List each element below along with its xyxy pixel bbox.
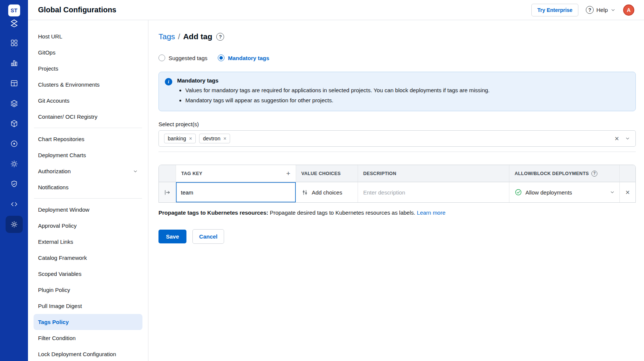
content-area: Host URL GitOps Projects Clusters & Envi…	[28, 20, 644, 361]
sidebar-item-label: Scoped Variables	[38, 271, 81, 277]
column-header-label: TAG KEY	[181, 171, 202, 176]
sidebar-item-deployment-charts[interactable]: Deployment Charts	[34, 147, 142, 163]
add-tag-row-icon[interactable]: +	[286, 170, 290, 177]
description-cell	[358, 182, 509, 202]
chip-label: banking	[168, 136, 186, 141]
propagate-column-header	[159, 165, 176, 182]
app-root: ST	[0, 0, 644, 361]
sidebar-item-lock-deployment-configuration[interactable]: Lock Deployment Configuration	[34, 346, 142, 361]
column-header-label: ALLOW/BLOCK DEPLOYMENTS	[515, 171, 589, 176]
devtron-logo[interactable]: ST	[8, 4, 20, 28]
project-select[interactable]: banking × devtron × ×	[158, 130, 636, 147]
suggested-tags-radio[interactable]: Suggested tags	[158, 55, 207, 61]
app-group-chart-icon[interactable]	[6, 55, 23, 72]
sidebar-item-filter-condition[interactable]: Filter Condition	[34, 330, 142, 346]
tags-table: TAG KEY + VALUE CHOICES DESCRIPTION ALLO…	[158, 165, 636, 203]
try-enterprise-button[interactable]: Try Enterprise	[531, 4, 578, 16]
apps-grid-icon[interactable]	[6, 34, 23, 52]
info-bullet: Values for mandatory tags are required f…	[185, 85, 490, 95]
config-sidebar: Host URL GitOps Projects Clusters & Envi…	[28, 20, 148, 361]
sidebar-item-label: External Links	[38, 239, 73, 245]
sidebar-item-label: Projects	[38, 65, 58, 72]
topbar-actions: Try Enterprise ? Help A	[531, 4, 634, 16]
cancel-button[interactable]: Cancel	[192, 229, 224, 244]
form-actions: Save Cancel	[158, 229, 636, 244]
sidebar-item-clusters-environments[interactable]: Clusters & Environments	[34, 77, 142, 93]
add-choices-button[interactable]: Add choices	[296, 182, 358, 202]
remove-chip-icon[interactable]: ×	[189, 136, 192, 141]
sidebar-item-scoped-variables[interactable]: Scoped Variables	[34, 266, 142, 282]
help-icon[interactable]: ?	[216, 33, 224, 41]
divider	[158, 152, 636, 152]
project-chip-banking: banking ×	[164, 134, 196, 143]
description-column-header: DESCRIPTION	[358, 165, 509, 182]
sidebar-item-pull-image-digest[interactable]: Pull Image Digest	[34, 298, 142, 314]
avatar-letter: A	[627, 7, 631, 13]
sliders-icon	[301, 189, 308, 196]
check-circle-icon	[515, 189, 522, 196]
propagate-tag-cell[interactable]	[159, 182, 176, 202]
sidebar-item-label: Plugin Policy	[38, 287, 70, 293]
row-actions-column-header	[620, 165, 635, 182]
propagate-note-text: Propagate desired tags to Kubernetes res…	[268, 209, 417, 216]
sidebar-item-deployment-window[interactable]: Deployment Window	[34, 202, 142, 218]
settings-gear-icon[interactable]	[6, 216, 23, 233]
chevron-down-icon	[610, 7, 616, 13]
allow-block-select[interactable]: Allow deployments	[509, 182, 620, 202]
st-badge-label: ST	[11, 7, 18, 13]
project-chip-devtron: devtron ×	[199, 134, 230, 143]
sidebar-item-label: Clusters & Environments	[38, 81, 100, 88]
breadcrumb-separator: /	[178, 32, 180, 41]
user-avatar[interactable]: A	[623, 4, 634, 16]
description-input[interactable]	[358, 182, 509, 202]
sidebar-item-container-oci-registry[interactable]: Container/ OCI Registry	[34, 109, 142, 125]
sidebar-item-external-links[interactable]: External Links	[34, 234, 142, 250]
tag-key-input[interactable]	[176, 182, 296, 202]
sidebar-item-chart-repositories[interactable]: Chart Repositories	[34, 131, 142, 147]
resource-browser-icon[interactable]	[6, 75, 23, 92]
sidebar-item-label: Filter Condition	[38, 335, 76, 341]
clear-select-icon[interactable]: ×	[615, 135, 619, 142]
sidebar-item-notifications[interactable]: Notifications	[34, 179, 142, 195]
sidebar-item-projects[interactable]: Projects	[34, 60, 142, 77]
sidebar-item-label: Authorization	[38, 168, 71, 174]
tag-type-radio-group: Suggested tags Mandatory tags	[158, 55, 636, 61]
target-icon[interactable]	[6, 135, 23, 152]
sidebar-item-git-accounts[interactable]: Git Accounts	[34, 93, 142, 109]
help-icon[interactable]: ?	[591, 171, 597, 177]
sidebar-item-label: Deployment Charts	[38, 152, 86, 158]
shield-check-icon[interactable]	[6, 175, 23, 193]
sidebar-item-approval-policy[interactable]: Approval Policy	[34, 218, 142, 234]
learn-more-link[interactable]: Learn more	[417, 209, 446, 216]
select-controls: ×	[615, 135, 630, 142]
code-icon[interactable]	[6, 196, 23, 213]
save-button[interactable]: Save	[158, 230, 186, 243]
chevron-down-icon[interactable]	[625, 136, 630, 141]
sidebar-item-gitops[interactable]: GitOps	[34, 44, 142, 60]
mandatory-tags-radio[interactable]: Mandatory tags	[218, 55, 269, 61]
sidebar-item-tags-policy[interactable]: Tags Policy	[34, 314, 142, 330]
radio-label: Mandatory tags	[228, 55, 269, 61]
sidebar-item-plugin-policy[interactable]: Plugin Policy	[34, 282, 142, 298]
chevron-down-icon	[133, 169, 138, 174]
allow-block-column-header: ALLOW/BLOCK DEPLOYMENTS ?	[509, 165, 620, 182]
help-menu[interactable]: ? Help	[586, 6, 616, 14]
propagate-note: Propagate tags to Kubernetes resources: …	[158, 209, 636, 216]
column-header-label: VALUE CHOICES	[301, 171, 341, 176]
cluster-sun-icon[interactable]	[6, 155, 23, 172]
app-rail: ST	[0, 0, 28, 361]
radio-label: Suggested tags	[169, 55, 207, 61]
sidebar-item-host-url[interactable]: Host URL	[34, 28, 142, 44]
breadcrumb: Tags / Add tag ?	[158, 32, 636, 41]
row-actions-cell: ×	[620, 182, 635, 202]
breadcrumb-tags-link[interactable]: Tags	[158, 32, 175, 41]
sidebar-item-authorization[interactable]: Authorization	[34, 163, 142, 179]
sidebar-item-catalog-framework[interactable]: Catalog Framework	[34, 250, 142, 266]
tag-key-cell	[176, 182, 296, 202]
sidebar-item-label: Deployment Window	[38, 206, 89, 213]
chart-store-stack-icon[interactable]	[6, 95, 23, 112]
cube-icon[interactable]	[6, 115, 23, 132]
remove-row-icon[interactable]: ×	[625, 189, 630, 196]
remove-chip-icon[interactable]: ×	[223, 136, 226, 141]
propagate-tag-icon	[164, 189, 171, 196]
